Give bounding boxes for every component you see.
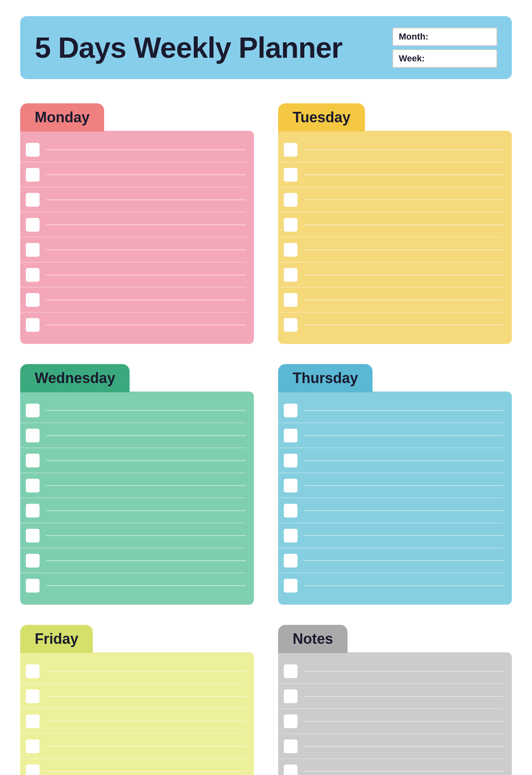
checkbox[interactable] — [284, 529, 297, 542]
checkbox[interactable] — [284, 293, 297, 307]
checkbox[interactable] — [284, 218, 297, 232]
list-item[interactable] — [278, 573, 504, 598]
checkbox[interactable] — [284, 664, 297, 678]
list-item[interactable] — [278, 759, 504, 775]
list-item[interactable] — [278, 312, 504, 337]
checkbox[interactable] — [26, 689, 40, 703]
list-item[interactable] — [20, 734, 246, 759]
checkbox[interactable] — [26, 664, 40, 678]
checkbox[interactable] — [26, 529, 40, 542]
checkbox[interactable] — [284, 404, 297, 417]
month-field[interactable]: Month: — [392, 27, 497, 46]
checkbox[interactable] — [284, 479, 297, 492]
list-item[interactable] — [20, 187, 246, 212]
list-item[interactable] — [20, 448, 246, 473]
list-item[interactable] — [20, 423, 246, 448]
list-item[interactable] — [278, 237, 504, 262]
list-item[interactable] — [20, 498, 246, 523]
checkbox[interactable] — [284, 739, 297, 753]
checkbox[interactable] — [284, 268, 297, 282]
checkbox[interactable] — [26, 243, 40, 257]
list-item[interactable] — [278, 212, 504, 237]
list-item[interactable] — [278, 498, 504, 523]
list-item[interactable] — [20, 573, 246, 598]
list-item[interactable] — [278, 709, 504, 734]
checkbox[interactable] — [284, 168, 297, 182]
list-item[interactable] — [278, 137, 504, 162]
checkbox[interactable] — [26, 714, 40, 728]
checklist-line — [46, 274, 246, 275]
checkbox[interactable] — [284, 579, 297, 593]
checkbox[interactable] — [26, 293, 40, 307]
checkbox[interactable] — [284, 689, 297, 703]
list-item[interactable] — [278, 448, 504, 473]
day-tab-tuesday: Tuesday — [278, 103, 365, 132]
checklist-line — [46, 410, 246, 411]
checklist-line — [46, 510, 246, 511]
checkbox[interactable] — [26, 765, 40, 775]
checkbox[interactable] — [284, 714, 297, 728]
list-item[interactable] — [278, 162, 504, 187]
checkbox[interactable] — [26, 429, 40, 442]
list-item[interactable] — [20, 473, 246, 498]
checkbox[interactable] — [26, 218, 40, 232]
checkbox[interactable] — [284, 554, 297, 568]
list-item[interactable] — [278, 523, 504, 548]
list-item[interactable] — [278, 734, 504, 759]
list-item[interactable] — [20, 212, 246, 237]
checkbox[interactable] — [284, 765, 297, 775]
list-item[interactable] — [278, 473, 504, 498]
list-item[interactable] — [278, 659, 504, 684]
checkbox[interactable] — [26, 143, 40, 157]
checklist-line — [304, 485, 504, 486]
list-item[interactable] — [20, 312, 246, 337]
checkbox[interactable] — [26, 739, 40, 753]
list-item[interactable] — [20, 548, 246, 573]
checklist-line — [304, 274, 504, 275]
list-item[interactable] — [20, 523, 246, 548]
list-item[interactable] — [20, 262, 246, 287]
list-item[interactable] — [20, 398, 246, 423]
list-item[interactable] — [278, 262, 504, 287]
checkbox[interactable] — [284, 454, 297, 467]
list-item[interactable] — [20, 759, 246, 775]
checkbox[interactable] — [26, 168, 40, 182]
list-item[interactable] — [20, 137, 246, 162]
day-body-notes — [278, 652, 512, 775]
list-item[interactable] — [278, 398, 504, 423]
checkbox[interactable] — [26, 504, 40, 517]
checklist-line — [304, 199, 504, 200]
checkbox[interactable] — [26, 554, 40, 568]
list-item[interactable] — [278, 287, 504, 312]
checkbox[interactable] — [284, 318, 297, 332]
list-item[interactable] — [278, 548, 504, 573]
list-item[interactable] — [20, 162, 246, 187]
day-body-friday — [20, 652, 254, 775]
checkbox[interactable] — [26, 193, 40, 207]
checklist-line — [304, 771, 504, 772]
list-item[interactable] — [20, 659, 246, 684]
checklist-line — [46, 560, 246, 561]
checkbox[interactable] — [26, 268, 40, 282]
checkbox[interactable] — [26, 404, 40, 417]
week-field[interactable]: Week: — [392, 49, 497, 68]
list-item[interactable] — [20, 287, 246, 312]
list-item[interactable] — [278, 187, 504, 212]
list-item[interactable] — [20, 237, 246, 262]
checkbox[interactable] — [26, 579, 40, 593]
checkbox[interactable] — [284, 429, 297, 442]
checkbox[interactable] — [26, 318, 40, 332]
checkbox[interactable] — [284, 193, 297, 207]
checklist-line — [304, 300, 504, 300]
checkbox[interactable] — [26, 454, 40, 467]
checkbox[interactable] — [284, 143, 297, 157]
checkbox[interactable] — [284, 504, 297, 517]
list-item[interactable] — [278, 684, 504, 709]
checkbox[interactable] — [284, 243, 297, 257]
list-item[interactable] — [278, 423, 504, 448]
list-item[interactable] — [20, 684, 246, 709]
checklist-line — [46, 174, 246, 175]
list-item[interactable] — [20, 709, 246, 734]
checkbox[interactable] — [26, 479, 40, 492]
checklist-line — [304, 721, 504, 722]
